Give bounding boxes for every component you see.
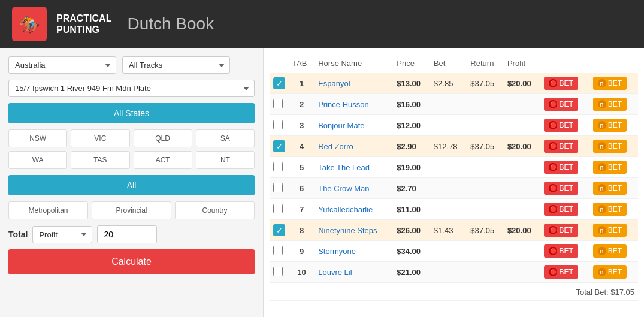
lad-bet-button[interactable]: 🔴 BET xyxy=(544,203,578,216)
horse-link[interactable]: Stormyone xyxy=(318,247,356,256)
profit-input[interactable] xyxy=(97,225,157,243)
checkbox-unchecked[interactable] xyxy=(273,267,283,276)
horse-link[interactable]: Ninetynine Steps xyxy=(318,226,377,235)
lad-bet-button[interactable]: 🔴 BET xyxy=(544,98,578,111)
n-bet-cell[interactable]: n BET xyxy=(589,115,638,136)
horse-name-cell[interactable]: The Crow Man xyxy=(315,178,393,199)
horse-link[interactable]: Red Zorro xyxy=(318,142,353,151)
checkbox-cell[interactable]: ✓ xyxy=(270,220,289,241)
n-bet-cell[interactable]: n BET xyxy=(589,73,638,94)
lad-bet-cell[interactable]: 🔴 BET xyxy=(540,136,589,157)
tracks-select[interactable]: All Tracks Metropolitan Provincial Count… xyxy=(122,56,230,74)
n-bet-button[interactable]: n BET xyxy=(593,224,627,237)
track-provincial[interactable]: Provincial xyxy=(92,201,171,219)
horse-link[interactable]: The Crow Man xyxy=(318,184,369,193)
state-qld[interactable]: QLD xyxy=(134,129,192,147)
n-bet-cell[interactable]: n BET xyxy=(589,178,638,199)
horse-name-cell[interactable]: Red Zorro xyxy=(315,136,393,157)
checkbox-unchecked[interactable] xyxy=(273,162,283,171)
checkbox-unchecked[interactable] xyxy=(273,120,283,129)
n-bet-cell[interactable]: n BET xyxy=(589,157,638,178)
lad-bet-button[interactable]: 🔴 BET xyxy=(544,224,578,237)
lad-bet-button[interactable]: 🔴 BET xyxy=(544,244,578,258)
checkbox-cell[interactable]: ✓ xyxy=(270,136,289,157)
horse-name-cell[interactable]: Bonjour Mate xyxy=(315,115,393,136)
lad-bet-cell[interactable]: 🔴 BET xyxy=(540,199,589,220)
n-bet-cell[interactable]: n BET xyxy=(589,220,638,241)
checkbox-unchecked[interactable] xyxy=(273,204,283,213)
state-sa[interactable]: SA xyxy=(196,129,255,147)
lad-bet-button[interactable]: 🔴 BET xyxy=(544,161,578,174)
checkbox-unchecked[interactable] xyxy=(273,246,283,255)
checkbox-cell[interactable] xyxy=(270,178,289,199)
n-bet-button[interactable]: n BET xyxy=(593,140,627,153)
checkbox-cell[interactable] xyxy=(270,241,289,262)
all-track-types-button[interactable]: All xyxy=(8,175,255,195)
lad-bet-cell[interactable]: 🔴 BET xyxy=(540,220,589,241)
calculate-button[interactable]: Calculate xyxy=(8,249,255,274)
lad-bet-button[interactable]: 🔴 BET xyxy=(544,140,578,153)
horse-link[interactable]: Louvre Lil xyxy=(318,268,352,277)
checkbox-unchecked[interactable] xyxy=(273,183,283,192)
horse-name-cell[interactable]: Espanyol xyxy=(315,73,393,94)
horse-name-cell[interactable]: Ninetynine Steps xyxy=(315,220,393,241)
track-metropolitan[interactable]: Metropolitan xyxy=(8,201,88,219)
state-nsw[interactable]: NSW xyxy=(8,129,67,147)
lad-bet-button[interactable]: 🔴 BET xyxy=(544,77,578,90)
checkbox-cell[interactable] xyxy=(270,115,289,136)
n-bet-button[interactable]: n BET xyxy=(593,119,627,132)
n-bet-button[interactable]: n BET xyxy=(593,161,627,174)
all-states-button[interactable]: All States xyxy=(8,103,255,123)
profit-type-select[interactable]: Profit Return Stake xyxy=(32,226,92,243)
horse-link[interactable]: Yufcalledcharlie xyxy=(318,205,373,214)
country-select[interactable]: Australia UK Ireland USA xyxy=(8,56,116,74)
n-bet-button[interactable]: n BET xyxy=(593,98,627,111)
checkbox-checked[interactable]: ✓ xyxy=(273,224,285,236)
lad-bet-cell[interactable]: 🔴 BET xyxy=(540,241,589,262)
checkbox-checked[interactable]: ✓ xyxy=(273,77,285,89)
horse-link[interactable]: Take The Lead xyxy=(318,163,370,172)
horse-name-cell[interactable]: Take The Lead xyxy=(315,157,393,178)
horse-name-cell[interactable]: Prince Husson xyxy=(315,94,393,115)
checkbox-cell[interactable] xyxy=(270,157,289,178)
n-bet-button[interactable]: n BET xyxy=(593,244,627,258)
horse-link[interactable]: Bonjour Mate xyxy=(318,121,364,130)
lad-bet-button[interactable]: 🔴 BET xyxy=(544,119,578,132)
lad-bet-cell[interactable]: 🔴 BET xyxy=(540,262,589,283)
checkbox-unchecked[interactable] xyxy=(273,99,283,108)
n-bet-cell[interactable]: n BET xyxy=(589,199,638,220)
race-select[interactable]: 15/7 Ipswich 1 River 949 Fm Mdn Plate xyxy=(8,80,255,97)
state-vic[interactable]: VIC xyxy=(71,129,129,147)
checkbox-cell[interactable]: ✓ xyxy=(270,73,289,94)
state-act[interactable]: ACT xyxy=(134,151,192,169)
lad-bet-cell[interactable]: 🔴 BET xyxy=(540,73,589,94)
n-bet-cell[interactable]: n BET xyxy=(589,136,638,157)
state-nt[interactable]: NT xyxy=(196,151,255,169)
horse-name-cell[interactable]: Louvre Lil xyxy=(315,262,393,283)
track-country[interactable]: Country xyxy=(175,201,255,219)
checkbox-cell[interactable] xyxy=(270,262,289,283)
n-bet-cell[interactable]: n BET xyxy=(589,94,638,115)
lad-bet-button[interactable]: 🔴 BET xyxy=(544,265,578,279)
n-bet-button[interactable]: n BET xyxy=(593,77,627,90)
lad-bet-cell[interactable]: 🔴 BET xyxy=(540,94,589,115)
checkbox-cell[interactable] xyxy=(270,94,289,115)
checkbox-cell[interactable] xyxy=(270,199,289,220)
state-tas[interactable]: TAS xyxy=(71,151,129,169)
n-bet-button[interactable]: n BET xyxy=(593,203,627,216)
checkbox-checked[interactable]: ✓ xyxy=(273,140,285,152)
state-wa[interactable]: WA xyxy=(8,151,67,169)
lad-bet-button[interactable]: 🔴 BET xyxy=(544,182,578,195)
horse-name-cell[interactable]: Yufcalledcharlie xyxy=(315,199,393,220)
lad-bet-cell[interactable]: 🔴 BET xyxy=(540,157,589,178)
n-bet-cell[interactable]: n BET xyxy=(589,241,638,262)
n-bet-button[interactable]: n BET xyxy=(593,182,627,195)
horse-link[interactable]: Prince Husson xyxy=(318,100,369,109)
table-row: 9Stormyone$34.00🔴 BETn BET xyxy=(270,241,638,262)
n-bet-cell[interactable]: n BET xyxy=(589,262,638,283)
lad-bet-cell[interactable]: 🔴 BET xyxy=(540,115,589,136)
horse-name-cell[interactable]: Stormyone xyxy=(315,241,393,262)
horse-link[interactable]: Espanyol xyxy=(318,79,350,88)
lad-bet-cell[interactable]: 🔴 BET xyxy=(540,178,589,199)
n-bet-button[interactable]: n BET xyxy=(593,265,627,279)
